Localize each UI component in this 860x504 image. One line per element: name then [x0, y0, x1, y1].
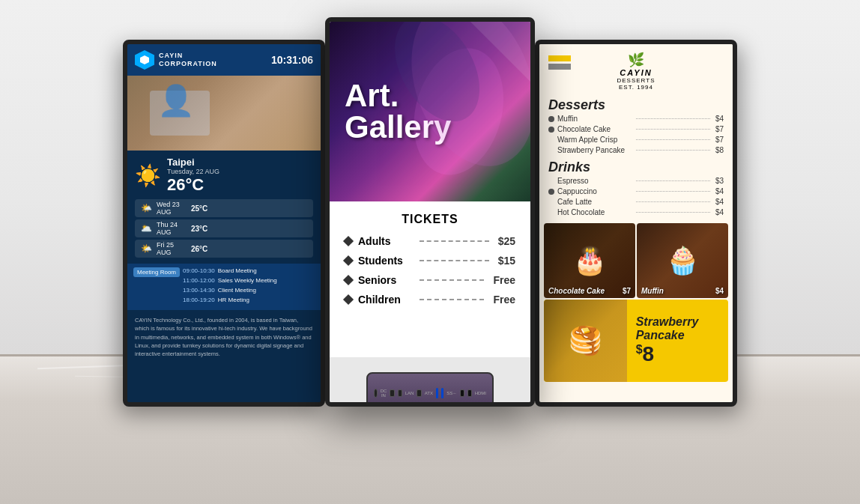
menu-item-price-hotchoc: $4 — [715, 208, 724, 216]
menu-item-name-cappuccino: Cappuccino — [557, 187, 631, 195]
screen-right: 🌿 CAYIN DESSERTS EST. 1994 Desserts Muff… — [535, 40, 737, 407]
hw-label-dc: DC IN — [381, 389, 387, 398]
menu-dot-muffin — [548, 116, 554, 122]
menu-dot-applecrisp — [548, 137, 554, 143]
ticket-label-seniors: Seniors — [358, 274, 411, 286]
menu-item-price-muffin: $4 — [715, 115, 724, 123]
menu-item-line-applecrisp — [636, 139, 709, 140]
menu-item-name-applecrisp: Warm Apple Crisp — [557, 136, 631, 144]
menu-img-cell-choccake: 🎂 Chocolate Cake $7 — [544, 223, 635, 298]
hw-label-lan: LAN — [405, 391, 414, 395]
menu-img-cell-pancake: 🥞 Strawberry Pancake $8 — [544, 300, 728, 382]
drinks-section-title: Drinks — [539, 157, 733, 177]
ticket-price-seniors: Free — [493, 274, 515, 286]
menu-item-choccake: Chocolate Cake $7 — [548, 125, 724, 133]
menu-item-muffin: Muffin $4 — [548, 115, 724, 123]
ticket-price-adults: $25 — [498, 235, 515, 247]
ticket-diamond-children — [343, 294, 354, 305]
meeting-name-1: Board Meeting — [218, 267, 257, 274]
menu-item-line-espresso — [636, 180, 709, 181]
menu-item-cafelatte: Cafe Latte $4 — [548, 198, 724, 206]
menu-item-applecrisp: Warm Apple Crisp $7 — [548, 136, 724, 144]
menu-img-cell-muffin: 🧁 Muffin $4 — [637, 223, 728, 298]
menu-dot-cafelatte — [548, 199, 554, 205]
forecast-temp-thu: 23°C — [191, 225, 208, 233]
forecast-icon-fri: 🌤️ — [141, 243, 152, 254]
ticket-label-students: Students — [358, 255, 411, 267]
menu-item-name-pancake: Strawberry Pancake — [557, 146, 631, 154]
menu-logo-est: EST. 1994 — [617, 84, 655, 91]
ticket-row-students: Students $15 — [345, 255, 515, 267]
menu-image-grid: 🎂 Chocolate Cake $7 🧁 Muffin $4 🥞 St — [539, 219, 733, 402]
screen-left: CAYIN CORPORATION 10:31:06 ☀️ Taipei Tue… — [123, 40, 325, 407]
menu-item-line-cappuccino — [636, 191, 709, 192]
meeting-time-4: 18:00-19:20 — [183, 297, 215, 303]
port-dc — [374, 389, 378, 398]
forecast-row-fri: 🌤️ Fri 25 AUG 26°C — [135, 240, 313, 258]
choccake-price: $7 — [623, 287, 631, 295]
menu-item-line-pancake — [636, 150, 709, 151]
weather-temp: 26°C — [167, 175, 219, 195]
muffin-price: $4 — [715, 287, 724, 295]
ticket-price-students: $15 — [498, 255, 515, 267]
ticket-row-children: Children Free — [345, 294, 515, 306]
forecast-temp-fri: 26°C — [191, 245, 208, 253]
menu-item-line-hotchoc — [636, 212, 709, 213]
weather-info: Taipei Tuesday, 22 AUG 26°C — [167, 157, 219, 195]
menu-item-espresso: Espresso $3 — [548, 177, 724, 185]
menu-dot-pancake — [548, 148, 554, 154]
menu-item-price-choccake: $7 — [715, 125, 724, 133]
ticket-row-adults: Adults $25 — [345, 235, 515, 247]
meeting-name-4: HR Meeting — [218, 297, 249, 303]
forecast-icon-wed: 🌤️ — [141, 203, 152, 213]
forecast-day-thu: Thu 24 AUG — [157, 221, 187, 236]
meeting-time-1: 09:00-10:30 — [183, 267, 215, 274]
left-header: CAYIN CORPORATION 10:31:06 — [127, 44, 321, 76]
ticket-dots-students — [420, 260, 489, 261]
forecast-day-fri: Fri 25 AUG — [157, 241, 187, 256]
port-lan-1 — [390, 389, 394, 397]
ticket-dots-adults — [420, 240, 489, 242]
menu-dot-choccake — [548, 127, 554, 133]
meeting-section: Meeting Room 09:00-10:30 Board Meeting 1… — [127, 264, 321, 310]
meeting-time-3: 13:00-14:30 — [183, 287, 215, 294]
menu-item-price-espresso: $3 — [715, 177, 724, 185]
meeting-item-1: 09:00-10:30 Board Meeting — [183, 267, 315, 274]
menu-item-line-muffin — [636, 118, 709, 119]
meeting-time-2: 11:00-12:00 — [183, 277, 215, 284]
weather-section: ☀️ Taipei Tuesday, 22 AUG 26°C 🌤️ Wed 23… — [127, 151, 321, 264]
forecast-icon-thu: 🌥️ — [141, 223, 152, 234]
menu-item-price-cafelatte: $4 — [715, 198, 724, 206]
menu-item-name-choccake: Chocolate Cake — [557, 125, 631, 133]
stripe-gray — [548, 64, 571, 70]
menu-item-name-muffin: Muffin — [557, 115, 631, 123]
stripe-yellow — [548, 55, 571, 61]
meeting-name-3: Client Meeting — [218, 287, 256, 294]
menu-item-name-hotchoc: Hot Chocolate — [557, 208, 631, 216]
menu-item-cappuccino: Cappuccino $4 — [548, 187, 724, 195]
meeting-name-2: Sales Weekly Meeting — [218, 277, 277, 284]
forecast-row-thu: 🌥️ Thu 24 AUG 23°C — [135, 219, 313, 237]
art-gallery-section: Art.Gallery — [330, 22, 530, 201]
pancake-image: 🥞 — [544, 300, 627, 382]
hw-label-usb: SS← — [446, 391, 457, 395]
pancake-price: $8 — [636, 342, 719, 366]
menu-item-line-choccake — [636, 129, 709, 130]
meeting-list: 09:00-10:30 Board Meeting 11:00-12:00 Sa… — [183, 267, 315, 306]
ticket-price-children: Free — [493, 294, 515, 306]
ticket-row-seniors: Seniors Free — [345, 274, 515, 286]
menu-dot-cappuccino — [548, 189, 554, 195]
svg-marker-0 — [140, 55, 149, 64]
port-lan-2 — [398, 389, 402, 397]
ticket-label-adults: Adults — [358, 235, 411, 247]
ticket-dots-seniors — [420, 279, 484, 281]
ticket-diamond-adults — [343, 236, 354, 246]
forecast-row-wed: 🌤️ Wed 23 AUG 25°C — [135, 199, 313, 217]
hardware-box: DC IN LAN ATX SS← HDMI — [366, 372, 494, 407]
meeting-item-2: 11:00-12:00 Sales Weekly Meeting — [183, 277, 315, 284]
menu-logo-name: CAYIN — [617, 68, 655, 77]
tickets-section: TICKETS Adults $25 Students $15 Seniors — [330, 201, 530, 357]
menu-item-hotchoc: Hot Chocolate $4 — [548, 208, 724, 216]
screen-center: Art.Gallery TICKETS Adults $25 — [325, 17, 535, 407]
sun-icon: ☀️ — [135, 163, 161, 188]
